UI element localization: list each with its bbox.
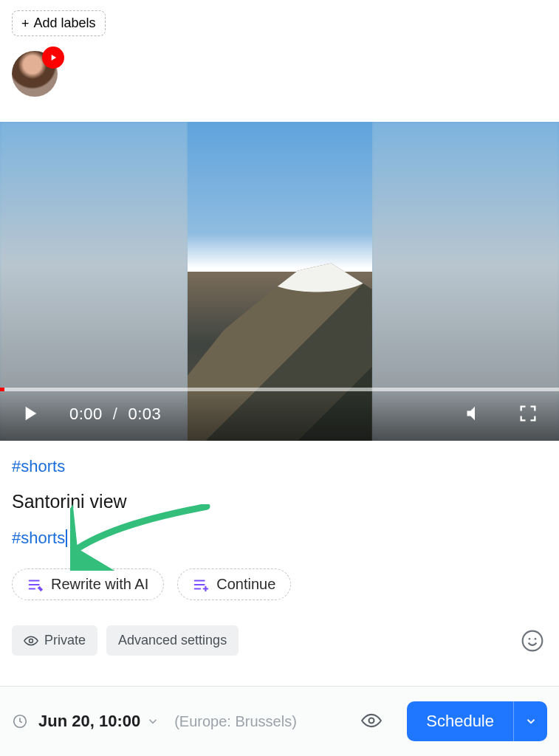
clock-icon: [12, 713, 28, 729]
video-progress-played: [0, 388, 4, 391]
play-icon: [18, 402, 41, 425]
rewrite-ai-icon: [27, 577, 44, 593]
svg-point-5: [369, 718, 374, 723]
emoji-picker-button[interactable]: [518, 626, 547, 656]
eye-icon: [24, 633, 38, 648]
video-time: 0:00 / 0:03: [69, 405, 161, 424]
schedule-button[interactable]: Schedule: [407, 701, 513, 741]
video-controls: 0:00 / 0:03: [0, 388, 559, 441]
chevron-down-icon: [524, 715, 538, 728]
schedule-button-group: Schedule: [407, 701, 547, 741]
schedule-timezone: (Europe: Brussels): [174, 713, 297, 730]
add-labels-text: Add labels: [34, 16, 96, 31]
caption-editor[interactable]: #shorts Santorini view #shorts Rewrite w…: [0, 441, 559, 600]
continue-label: Continue: [216, 576, 275, 593]
text-cursor: [66, 529, 67, 547]
continue-button[interactable]: Continue: [177, 568, 291, 600]
svg-point-1: [523, 630, 543, 650]
continue-icon: [193, 577, 209, 593]
schedule-more-button[interactable]: [513, 701, 547, 741]
volume-button[interactable]: [459, 397, 491, 432]
svg-point-0: [30, 639, 33, 642]
advanced-settings-chip[interactable]: Advanced settings: [106, 625, 239, 656]
rewrite-with-ai-button[interactable]: Rewrite with AI: [12, 568, 164, 600]
hashtag-bottom[interactable]: #shorts: [12, 529, 65, 548]
add-labels-button[interactable]: + Add labels: [12, 10, 106, 36]
private-chip[interactable]: Private: [12, 625, 97, 656]
svg-point-2: [529, 638, 531, 640]
schedule-time-picker[interactable]: Jun 20, 10:00: [38, 712, 160, 731]
private-label: Private: [44, 633, 86, 648]
plus-icon: +: [21, 17, 30, 30]
smiley-icon: [521, 629, 544, 653]
preview-button[interactable]: [357, 706, 386, 738]
fullscreen-button[interactable]: [512, 397, 544, 432]
video-time-separator: /: [113, 405, 118, 424]
video-progress-track[interactable]: [0, 388, 559, 391]
caption-title[interactable]: Santorini view: [12, 491, 547, 512]
eye-icon: [361, 710, 382, 731]
schedule-datetime: Jun 20, 10:00: [38, 712, 140, 731]
volume-icon: [464, 403, 485, 424]
footer-bar: Jun 20, 10:00 (Europe: Brussels) Schedul…: [0, 686, 559, 756]
youtube-badge-icon: [42, 47, 64, 69]
svg-point-3: [535, 638, 537, 640]
fullscreen-icon: [518, 403, 538, 424]
play-button[interactable]: [15, 399, 44, 430]
video-duration: 0:03: [128, 405, 161, 424]
advanced-settings-label: Advanced settings: [118, 633, 227, 648]
video-player[interactable]: 0:00 / 0:03: [0, 122, 559, 441]
hashtag-top[interactable]: #shorts: [12, 457, 547, 476]
account-avatar[interactable]: [12, 51, 60, 103]
rewrite-with-ai-label: Rewrite with AI: [51, 576, 148, 593]
chevron-down-icon: [146, 715, 160, 728]
video-current-time: 0:00: [69, 405, 103, 424]
